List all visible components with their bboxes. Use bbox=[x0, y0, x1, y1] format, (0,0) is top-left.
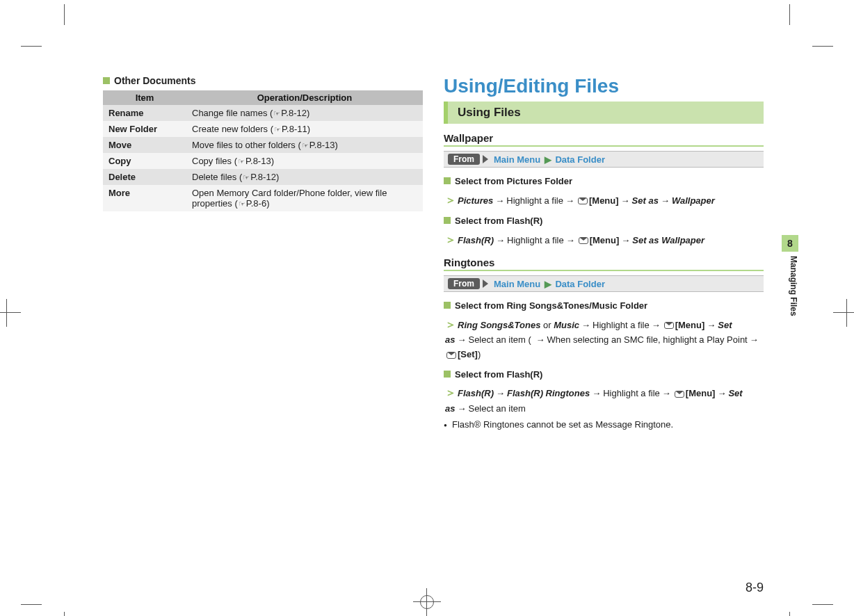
block-title: Select from Ring Songs&Tones/Music Folde… bbox=[444, 299, 764, 313]
square-bullet-icon bbox=[444, 302, 451, 309]
mail-icon bbox=[578, 197, 588, 204]
mail-icon bbox=[446, 352, 456, 359]
reference-icon bbox=[301, 140, 309, 150]
gt-icon: ＞ bbox=[445, 194, 456, 206]
step-line: ＞Pictures→Highlight a file→[Menu]→Set as… bbox=[445, 191, 764, 209]
gt-icon: ＞ bbox=[445, 387, 456, 398]
table-row: Copy Copy files (P.8-13) bbox=[103, 153, 423, 169]
col-item: Item bbox=[103, 90, 186, 105]
reference-icon bbox=[273, 124, 282, 134]
step-line: ＞Flash(R)→Flash(R) Ringtones→Highlight a… bbox=[445, 384, 764, 416]
step-line: ＞Flash(R)→Highlight a file→[Menu]→Set as… bbox=[445, 231, 764, 249]
square-bullet-icon bbox=[103, 77, 110, 84]
left-column: Other Documents Item Operation/Descripti… bbox=[103, 75, 423, 430]
square-bullet-icon bbox=[444, 217, 451, 224]
table-row: Delete Delete files (P.8-12) bbox=[103, 169, 423, 185]
chevron-icon: ▶ bbox=[545, 279, 551, 289]
subsection-band: Using Files bbox=[444, 102, 764, 124]
page-number: 8-9 bbox=[746, 581, 764, 595]
mail-icon bbox=[579, 237, 588, 244]
ringtones-heading: Ringtones bbox=[444, 257, 764, 271]
from-label: From bbox=[448, 154, 480, 165]
block-title: Select from Pictures Folder bbox=[444, 175, 764, 188]
from-breadcrumb: From Main Menu ▶ Data Folder bbox=[444, 275, 764, 292]
reference-icon bbox=[237, 156, 245, 166]
operations-table: Item Operation/Description Rename Change… bbox=[103, 90, 423, 211]
chapter-number: 8 bbox=[782, 235, 798, 252]
block-title: Select from Flash(R) bbox=[444, 368, 764, 382]
reference-icon bbox=[242, 172, 250, 182]
table-header-row: Item Operation/Description bbox=[103, 90, 423, 105]
section-title: Using/Editing Files bbox=[444, 75, 764, 97]
square-bullet-icon bbox=[444, 371, 451, 378]
right-column: Using/Editing Files Using Files Wallpape… bbox=[444, 75, 764, 430]
square-bullet-icon bbox=[444, 177, 451, 184]
arrow-icon bbox=[483, 155, 488, 163]
col-desc: Operation/Description bbox=[186, 90, 423, 105]
chapter-name: Managing Files bbox=[782, 256, 798, 316]
table-row: Move Move files to other folders (P.8-13… bbox=[103, 137, 423, 153]
table-row: Rename Change file names (P.8-12) bbox=[103, 105, 423, 121]
table-row: More Open Memory Card folder/Phone folde… bbox=[103, 185, 423, 211]
other-documents-heading: Other Documents bbox=[103, 75, 423, 86]
block-title: Select from Flash(R) bbox=[444, 214, 764, 228]
mail-icon bbox=[675, 391, 684, 398]
mail-icon bbox=[664, 322, 674, 329]
table-row: New Folder Create new folders (P.8-11) bbox=[103, 121, 423, 137]
step-line: ＞Ring Songs&Tones or Music→Highlight a f… bbox=[445, 316, 764, 362]
from-label: From bbox=[448, 278, 480, 289]
chapter-tab: 8 Managing Files bbox=[782, 235, 798, 316]
note-line: Flash® Ringtones cannot be set as Messag… bbox=[444, 419, 764, 430]
reference-icon bbox=[273, 108, 281, 118]
gt-icon: ＞ bbox=[445, 318, 456, 330]
arrow-icon bbox=[483, 279, 488, 288]
gt-icon: ＞ bbox=[445, 234, 456, 245]
from-breadcrumb: From Main Menu ▶ Data Folder bbox=[444, 151, 764, 168]
reference-icon bbox=[238, 198, 246, 209]
wallpaper-heading: Wallpaper bbox=[444, 132, 764, 147]
chevron-icon: ▶ bbox=[545, 154, 551, 165]
